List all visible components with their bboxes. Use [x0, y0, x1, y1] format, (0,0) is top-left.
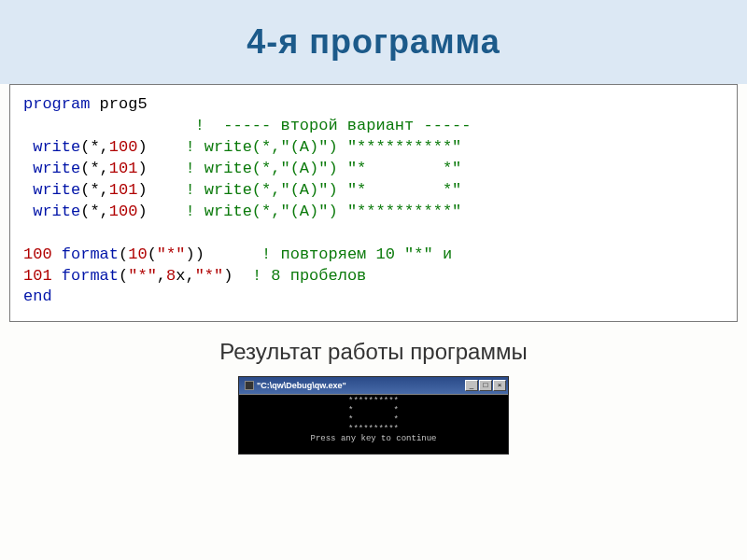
slide: 4-я программа program prog5 ! ----- втор…	[0, 0, 747, 560]
console-titlebar: "C:\qw\Debug\qw.exe" _ □ ×	[239, 377, 508, 394]
result-caption: Результат работы программы	[0, 339, 747, 365]
comment-variant: ! ----- второй вариант -----	[23, 117, 471, 134]
minimize-button[interactable]: _	[465, 380, 478, 391]
kw-write: write	[23, 203, 80, 220]
comment-repeat: ! повторяем 10 "*" и	[261, 245, 452, 263]
comment-spaces: ! 8 пробелов	[252, 267, 366, 285]
title-bar: 4-я программа	[0, 0, 747, 84]
console-window: "C:\qw\Debug\qw.exe" _ □ × ********** * …	[238, 376, 509, 454]
slide-title: 4-я программа	[247, 22, 500, 62]
console-title: "C:\qw\Debug\qw.exe"	[241, 381, 346, 390]
console-output: ********** * * * * ********** Press any …	[239, 394, 508, 453]
label-100: 100	[23, 245, 52, 263]
prog-name: prog5	[90, 95, 147, 113]
code-box: program prog5 ! ----- второй вариант ---…	[9, 84, 738, 322]
kw-format: format	[52, 245, 119, 263]
kw-program: program	[23, 95, 90, 113]
comment-l4: ! write(*,"(A)") "* *"	[185, 160, 461, 177]
console-icon	[245, 381, 254, 390]
maximize-button[interactable]: □	[479, 380, 492, 391]
kw-end: end	[23, 287, 52, 305]
label-101: 101	[23, 267, 52, 285]
comment-l6: ! write(*,"(A)") "**********"	[185, 203, 461, 220]
console-title-text: "C:\qw\Debug\qw.exe"	[257, 381, 346, 390]
kw-write: write	[23, 160, 80, 177]
kw-format: format	[52, 267, 119, 285]
kw-write: write	[23, 181, 80, 199]
close-button[interactable]: ×	[493, 380, 506, 391]
result-area: Результат работы программы "C:\qw\Debug\…	[0, 339, 747, 454]
kw-write: write	[23, 138, 80, 156]
comment-l3: ! write(*,"(A)") "**********"	[185, 138, 461, 156]
console-buttons: _ □ ×	[465, 380, 506, 391]
comment-l5: ! write(*,"(A)") "* *"	[185, 181, 461, 199]
